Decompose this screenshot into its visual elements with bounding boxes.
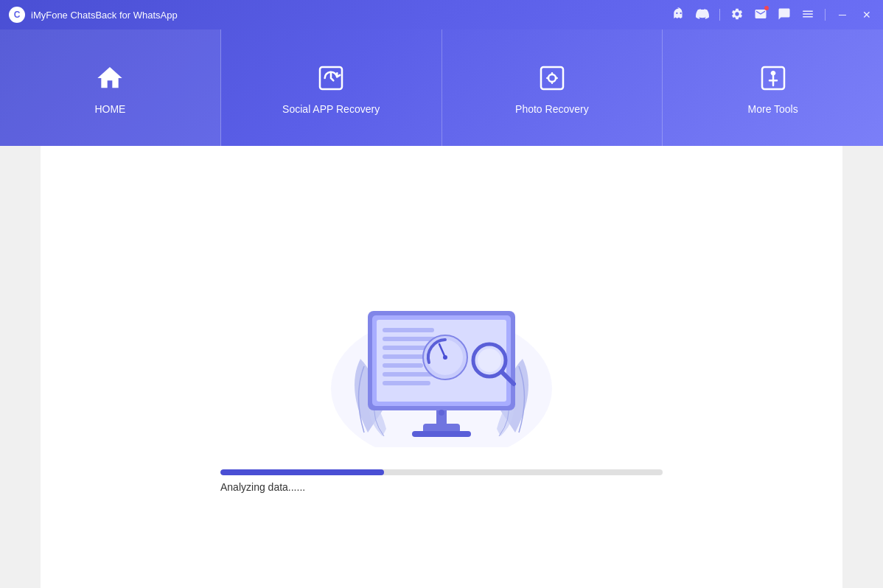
- progress-section: Analyzing data......: [220, 469, 663, 493]
- svg-point-21: [443, 355, 447, 360]
- app-title: iMyFone ChatsBack for WhatsApp: [31, 10, 178, 21]
- mail-icon[interactable]: [754, 7, 767, 23]
- menu-icon[interactable]: [801, 7, 814, 23]
- discord-icon[interactable]: [696, 7, 709, 23]
- svg-rect-15: [383, 363, 423, 368]
- svg-rect-11: [383, 328, 434, 332]
- minimize-button[interactable]: ─: [836, 7, 849, 22]
- title-bar: C iMyFone ChatsBack for WhatsApp ─ ✕: [0, 0, 883, 29]
- nav-label-social: Social APP Recovery: [282, 103, 380, 115]
- more-tools-icon: [755, 60, 791, 96]
- svg-rect-17: [383, 381, 430, 385]
- progress-label: Analyzing data......: [220, 481, 305, 493]
- svg-point-25: [439, 410, 444, 416]
- chat-icon[interactable]: [778, 7, 791, 23]
- mail-notification-dot: [764, 6, 769, 10]
- svg-rect-6: [412, 431, 471, 437]
- main-content: Analyzing data......: [41, 146, 842, 588]
- illustration: [294, 241, 589, 447]
- nav-item-home[interactable]: HOME: [0, 29, 221, 146]
- svg-rect-1: [541, 67, 563, 89]
- social-app-icon: [313, 60, 349, 96]
- nav-label-home: HOME: [94, 103, 125, 115]
- progress-bar-fill: [220, 469, 384, 475]
- settings-icon[interactable]: [730, 7, 744, 23]
- title-bar-icons: ─ ✕: [672, 7, 874, 23]
- nav-item-more-tools[interactable]: More Tools: [663, 29, 883, 146]
- svg-point-23: [478, 349, 501, 372]
- nav-item-photo-recovery[interactable]: Photo Recovery: [442, 29, 663, 146]
- svg-rect-13: [383, 346, 427, 350]
- title-bar-left: C iMyFone ChatsBack for WhatsApp: [9, 7, 178, 23]
- nav-item-social-app-recovery[interactable]: Social APP Recovery: [221, 29, 442, 146]
- nav-bar: HOME Social APP Recovery Photo Recovery: [0, 29, 883, 146]
- progress-bar-container: [220, 469, 663, 475]
- close-button[interactable]: ✕: [859, 7, 874, 22]
- svg-point-2: [548, 74, 556, 82]
- nav-label-photo: Photo Recovery: [515, 103, 589, 115]
- nav-label-more-tools: More Tools: [748, 103, 798, 115]
- photo-recovery-icon: [534, 60, 570, 96]
- ghost-icon[interactable]: [672, 7, 685, 23]
- app-logo: C: [9, 7, 25, 23]
- separator: [719, 9, 720, 21]
- home-icon: [92, 60, 128, 96]
- separator-2: [825, 9, 826, 21]
